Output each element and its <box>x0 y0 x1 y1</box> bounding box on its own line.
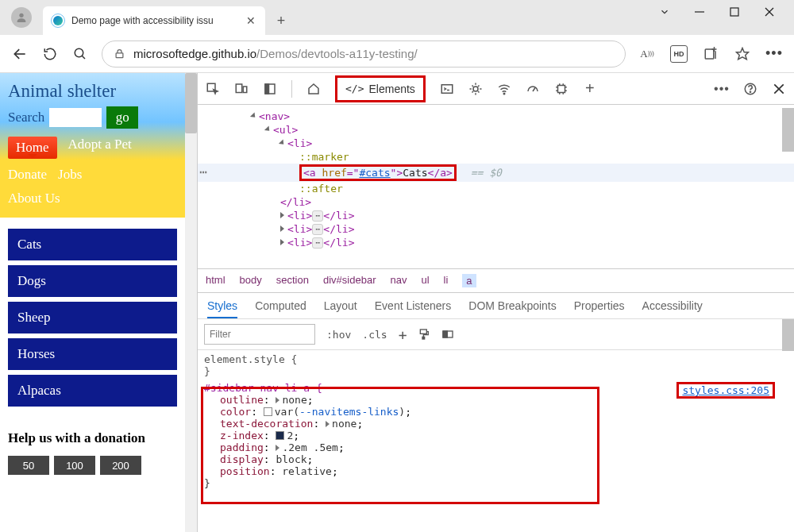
nav-jobs[interactable]: Jobs <box>58 167 82 183</box>
new-tab-button[interactable]: + <box>268 8 294 33</box>
hd-badge[interactable]: HD <box>670 45 688 63</box>
page-scrollbar-thumb[interactable] <box>185 73 197 133</box>
memory-icon[interactable] <box>554 82 569 96</box>
help-icon[interactable] <box>743 82 757 96</box>
svg-rect-38 <box>422 337 425 339</box>
console-icon[interactable] <box>440 82 454 96</box>
svg-point-0 <box>19 13 23 17</box>
profile-avatar[interactable] <box>11 7 32 28</box>
devtools-tabs: </> Elements + ••• <box>198 73 794 105</box>
element-style-rule[interactable]: element.style { <box>204 353 788 365</box>
tab-accessibility[interactable]: Accessibility <box>642 299 703 312</box>
dom-tree[interactable]: <nav> <ul> <li> ::marker <a href="#cats"… <box>198 105 794 268</box>
styles-tabs: Styles Computed Layout Event Listeners D… <box>198 293 794 319</box>
chevron-down-icon[interactable] <box>659 6 670 20</box>
page-scrollbar-track <box>185 73 197 532</box>
donate-200[interactable]: 200 <box>100 456 141 475</box>
performance-icon[interactable] <box>526 82 540 96</box>
tab-breakpoints[interactable]: DOM Breakpoints <box>468 299 556 312</box>
search-label: Search <box>8 110 44 125</box>
nav-adopt[interactable]: Adopt a Pet <box>68 137 132 159</box>
styles-toolbar: :hov .cls + <box>198 319 794 350</box>
donate-100[interactable]: 100 <box>54 456 95 475</box>
more-icon[interactable]: ••• <box>765 45 783 63</box>
tab-elements[interactable]: </> Elements <box>335 75 426 102</box>
svg-point-21 <box>473 87 478 91</box>
tab-styles[interactable]: Styles <box>207 299 237 318</box>
css-rule[interactable]: styles.css:205 #sidebar nav li a { outli… <box>204 382 788 489</box>
go-button[interactable]: go <box>106 106 138 129</box>
svg-rect-24 <box>557 85 565 92</box>
dom-breadcrumb[interactable]: html body section div#sidebar nav ul li … <box>198 268 794 293</box>
search-icon[interactable] <box>71 45 89 63</box>
address-bar[interactable]: microsoftedge.github.io/Demos/devtools-a… <box>102 40 626 67</box>
devtools-close-icon[interactable] <box>772 82 786 96</box>
collections-icon[interactable] <box>702 45 719 63</box>
refresh-button[interactable] <box>41 45 59 63</box>
dom-scrollbar-thumb[interactable] <box>782 108 794 152</box>
welcome-icon[interactable] <box>263 82 277 96</box>
svg-rect-8 <box>116 53 123 58</box>
elements-icon: </> <box>345 83 364 94</box>
tab-listeners[interactable]: Event Listeners <box>375 299 452 312</box>
svg-rect-18 <box>265 84 269 94</box>
nav-home[interactable]: Home <box>8 137 57 159</box>
tab-computed[interactable]: Computed <box>255 299 306 312</box>
tab-properties[interactable]: Properties <box>574 299 625 312</box>
tab-title: Demo page with accessibility issu <box>71 15 238 26</box>
paint-icon[interactable] <box>418 328 430 341</box>
minimize-icon[interactable] <box>694 6 705 20</box>
page-title: Animal shelter <box>8 81 177 102</box>
read-aloud-icon[interactable]: A))) <box>638 45 656 63</box>
svg-rect-15 <box>236 84 242 93</box>
url-text: microsoftedge.github.io/Demos/devtools-a… <box>133 47 418 60</box>
back-button[interactable] <box>11 45 29 63</box>
selected-dom-node[interactable]: <a href="#cats">Cats</a> == $0 <box>198 164 794 182</box>
maximize-icon[interactable] <box>729 6 740 20</box>
flex-icon[interactable] <box>441 328 454 341</box>
sidebar-item-alpacas[interactable]: Alpacas <box>8 375 177 407</box>
svg-rect-37 <box>421 330 427 333</box>
lock-icon <box>114 48 125 60</box>
styles-scrollbar-thumb[interactable] <box>782 319 794 351</box>
sidebar-item-horses[interactable]: Horses <box>8 338 177 370</box>
more-tabs-icon[interactable]: + <box>583 82 597 96</box>
svg-rect-19 <box>441 84 453 93</box>
sidebar-item-sheep[interactable]: Sheep <box>8 302 177 333</box>
devtools-more-icon[interactable]: ••• <box>715 82 729 96</box>
favorites-icon[interactable] <box>734 45 751 63</box>
inspect-icon[interactable] <box>206 82 220 96</box>
titlebar: Demo page with accessibility issu ✕ + <box>0 0 794 35</box>
browser-tab[interactable]: Demo page with accessibility issu ✕ <box>43 6 265 35</box>
source-link[interactable]: styles.css:205 <box>676 382 775 399</box>
home-icon[interactable] <box>306 82 321 96</box>
close-icon[interactable] <box>764 6 775 20</box>
styles-pane[interactable]: element.style { } styles.css:205 #sideba… <box>198 350 794 532</box>
browser-toolbar: microsoftedge.github.io/Demos/devtools-a… <box>0 35 794 73</box>
svg-marker-13 <box>737 48 749 59</box>
hov-toggle[interactable]: :hov <box>326 329 351 341</box>
search-input[interactable] <box>49 108 102 127</box>
tab-close-icon[interactable]: ✕ <box>245 14 257 27</box>
sidebar-item-cats[interactable]: Cats <box>8 229 177 260</box>
svg-rect-2 <box>730 8 738 16</box>
svg-line-7 <box>82 56 85 59</box>
svg-point-6 <box>75 48 83 57</box>
device-icon[interactable] <box>234 82 249 96</box>
window-controls <box>659 0 794 30</box>
sources-icon[interactable] <box>468 82 483 96</box>
sidebar-item-dogs[interactable]: Dogs <box>8 265 177 297</box>
svg-rect-16 <box>243 87 247 93</box>
nav-donate[interactable]: Donate <box>8 167 47 183</box>
donate-50[interactable]: 50 <box>8 456 49 475</box>
nav-about[interactable]: About Us <box>8 191 177 206</box>
network-icon[interactable] <box>497 82 511 96</box>
styles-filter-input[interactable] <box>204 324 315 345</box>
cls-toggle[interactable]: .cls <box>362 329 387 341</box>
svg-point-22 <box>503 93 505 94</box>
new-rule-icon[interactable]: + <box>399 326 407 343</box>
sidebar-nav: Cats Dogs Sheep Horses Alpacas <box>0 218 185 422</box>
donation-heading: Help us with a donation <box>8 430 177 446</box>
tab-layout[interactable]: Layout <box>324 299 357 312</box>
demo-page: Animal shelter Search go Home Adopt a Pe… <box>0 73 197 532</box>
